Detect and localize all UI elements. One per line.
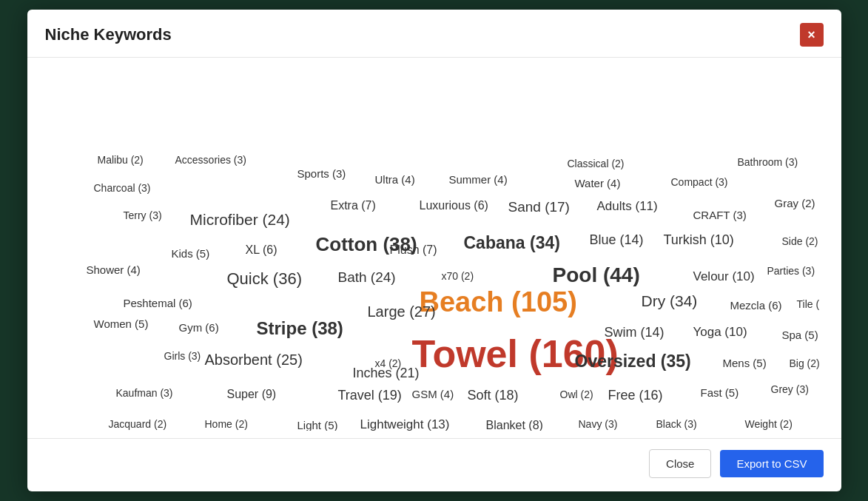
- tag-item[interactable]: Large (27): [368, 301, 436, 322]
- tag-item[interactable]: Tile (2): [797, 297, 819, 312]
- tag-item[interactable]: x4 (2): [375, 357, 402, 371]
- tag-item[interactable]: Adults (11): [597, 198, 658, 215]
- tag-item[interactable]: Owl (2): [560, 388, 593, 403]
- tag-item[interactable]: Fast (5): [701, 385, 739, 400]
- tag-item[interactable]: Soft (18): [468, 386, 519, 405]
- tag-item[interactable]: Lightweight (13): [360, 416, 450, 431]
- tag-item[interactable]: Plush (7): [390, 242, 437, 258]
- tag-item[interactable]: Turkish (10): [664, 231, 734, 249]
- modal-header: Niche Keywords ×: [27, 10, 841, 58]
- tag-item[interactable]: Jacquard (2): [109, 417, 167, 431]
- word-cloud: Towel (160)Beach (105)Cotton (38)Stripe …: [50, 75, 819, 431]
- tag-item[interactable]: Quick (36): [227, 268, 302, 291]
- tag-item[interactable]: Extra (7): [331, 198, 376, 214]
- tag-item[interactable]: Parties (3): [767, 264, 815, 279]
- tag-item[interactable]: Sand (17): [508, 198, 570, 218]
- tag-item[interactable]: Summer (4): [449, 172, 508, 187]
- export-csv-button[interactable]: Export to CSV: [720, 450, 823, 477]
- modal-footer: Close Export to CSV: [27, 438, 841, 491]
- tag-item[interactable]: CRAFT (3): [693, 207, 747, 223]
- tag-item[interactable]: Women (5): [94, 316, 149, 332]
- tag-item[interactable]: Super (9): [227, 386, 277, 403]
- tag-item[interactable]: Accessories (3): [175, 153, 246, 168]
- tag-item[interactable]: Home (2): [205, 417, 248, 431]
- tag-item[interactable]: Sports (3): [297, 166, 346, 181]
- tag-item[interactable]: Mens (5): [723, 355, 767, 371]
- tag-item[interactable]: Kaufman (3): [116, 386, 173, 401]
- close-button[interactable]: Close: [649, 449, 711, 478]
- tag-item[interactable]: Absorbent (25): [205, 349, 303, 370]
- tag-item[interactable]: Bath (24): [338, 268, 396, 288]
- tag-item[interactable]: Charcoal (3): [94, 181, 151, 196]
- tag-item[interactable]: Velour (10): [693, 268, 755, 286]
- tag-item[interactable]: Luxurious (6): [420, 198, 488, 214]
- tag-item[interactable]: Grey (3): [771, 383, 809, 397]
- tag-item[interactable]: Gym (6): [179, 320, 219, 335]
- tag-item[interactable]: Compact (3): [671, 175, 728, 190]
- tag-item[interactable]: Spa (5): [782, 327, 818, 343]
- tag-item[interactable]: Dry (34): [642, 290, 698, 312]
- tag-item[interactable]: Pool (44): [553, 260, 640, 289]
- modal-close-button[interactable]: ×: [800, 23, 824, 47]
- tag-item[interactable]: Side (2): [782, 235, 818, 249]
- tag-item[interactable]: Free (16): [608, 386, 663, 405]
- tag-item[interactable]: Mezcla (6): [730, 297, 782, 313]
- tag-item[interactable]: Girls (3): [164, 349, 201, 364]
- tag-item[interactable]: Bathroom (3): [738, 155, 798, 170]
- niche-keywords-modal: Niche Keywords × Towel (160)Beach (105)C…: [27, 10, 841, 491]
- tag-item[interactable]: Shower (4): [87, 262, 141, 278]
- tag-item[interactable]: Ultra (4): [375, 172, 415, 187]
- tag-item[interactable]: Blanket (8): [486, 417, 543, 431]
- tag-item[interactable]: Light (5): [297, 417, 338, 431]
- tag-item[interactable]: Kids (5): [172, 246, 210, 261]
- tag-item[interactable]: GSM (4): [412, 386, 454, 402]
- tag-item[interactable]: x70 (2): [442, 269, 474, 284]
- tag-item[interactable]: Weight (2): [745, 417, 793, 431]
- tag-item[interactable]: Oversized (35): [575, 349, 691, 373]
- tag-item[interactable]: Black (3): [656, 417, 697, 431]
- tag-item[interactable]: Gray (2): [775, 195, 815, 211]
- modal-body: Towel (160)Beach (105)Cotton (38)Stripe …: [27, 58, 841, 438]
- tag-item[interactable]: Swim (14): [605, 323, 665, 342]
- tag-item[interactable]: Blue (14): [590, 231, 644, 249]
- tag-item[interactable]: XL (6): [246, 242, 277, 258]
- word-cloud-inner: Towel (160)Beach (105)Cotton (38)Stripe …: [50, 75, 819, 431]
- tag-item[interactable]: Water (4): [575, 175, 621, 191]
- tag-item[interactable]: Travel (19): [338, 386, 402, 405]
- modal-overlay: Niche Keywords × Towel (160)Beach (105)C…: [0, 0, 868, 501]
- tag-item[interactable]: Navy (3): [579, 417, 618, 431]
- tag-item[interactable]: Microfiber (24): [190, 209, 290, 230]
- modal-title: Niche Keywords: [45, 25, 172, 44]
- tag-item[interactable]: Big (2): [790, 357, 819, 371]
- tag-item[interactable]: Cabana (34): [464, 231, 560, 255]
- tag-item[interactable]: Yoga (10): [693, 323, 747, 341]
- tag-item[interactable]: Terry (3): [124, 209, 162, 223]
- tag-item[interactable]: Malibu (2): [98, 153, 144, 168]
- tag-item[interactable]: Peshtemal (6): [124, 295, 192, 311]
- tag-item[interactable]: Stripe (38): [257, 316, 343, 341]
- tag-item[interactable]: Classical (2): [568, 157, 625, 172]
